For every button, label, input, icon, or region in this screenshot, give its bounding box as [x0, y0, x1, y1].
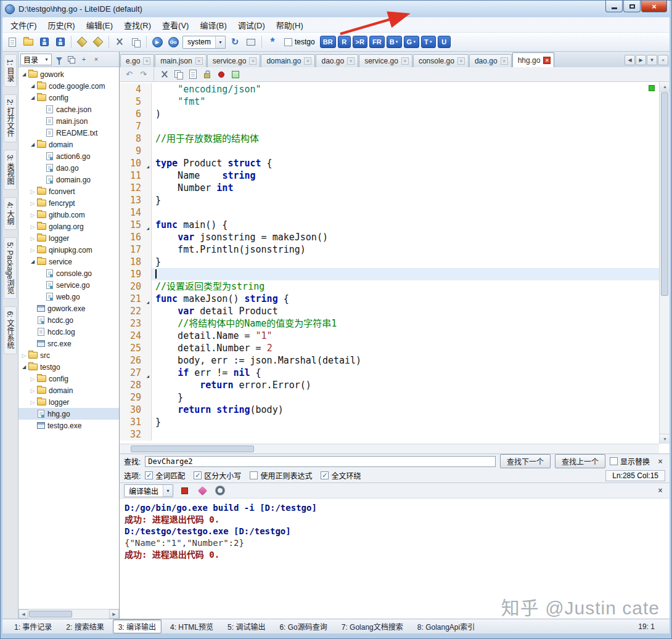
maximize-button[interactable] [623, 1, 641, 12]
menu-item-6[interactable]: 调试(D) [232, 17, 271, 33]
find-option-3[interactable]: ✓全文环绕 [321, 470, 361, 481]
sidebar-toggle-3[interactable]: 3: 类视图 [4, 150, 17, 190]
nav-forward-button[interactable] [91, 35, 105, 49]
sidebar-toggle-4[interactable]: 4: 大纲 [4, 197, 17, 230]
expand-arrow-icon[interactable]: ▷ [29, 399, 36, 405]
code-line-27[interactable]: 27◢ if err != nil { [120, 367, 659, 379]
expand-arrow-icon[interactable]: ▷ [20, 352, 28, 359]
tree-node-src.exe[interactable]: src.exe [18, 338, 119, 349]
code-lines[interactable]: 4 "encoding/json"5 "fmt"6)78//用于存放数据的结构体… [120, 83, 659, 444]
save-button[interactable] [38, 35, 51, 49]
close-find-button[interactable]: × [655, 457, 665, 466]
expand-arrow-icon[interactable]: ▷ [29, 224, 36, 230]
tab-close-icon[interactable]: × [457, 57, 465, 65]
panel-btn-5[interactable]: 5: 调试输出 [222, 619, 271, 633]
tree-node-action6.go[interactable]: action6.go [18, 150, 119, 162]
tab-domain.go[interactable]: domain.go× [261, 54, 315, 67]
code-line-11[interactable]: 11 Name string [120, 169, 659, 182]
code-line-25[interactable]: 25 detail.Number = 2 [120, 342, 659, 354]
tab-close-icon[interactable]: × [143, 57, 150, 65]
scroll-thumb[interactable] [661, 92, 668, 296]
scroll-thumb[interactable] [29, 611, 72, 617]
tree-node-console.go[interactable]: console.go [18, 267, 119, 279]
tree-node-domain.go[interactable]: domain.go [18, 174, 119, 185]
collapse-arrow-icon[interactable]: ◢ [20, 71, 28, 77]
filter-button[interactable] [54, 54, 64, 64]
tree-node-service[interactable]: ◢service [18, 256, 119, 267]
expand-all-button[interactable]: + [79, 54, 89, 64]
copy-button[interactable] [129, 35, 142, 49]
checkbox-icon[interactable]: ✓ [145, 471, 153, 479]
sidebar-toggle-1[interactable]: 1: 目录 [4, 54, 17, 87]
collapse-arrow-icon[interactable]: ◢ [29, 259, 36, 264]
output-select[interactable]: 编译输出 ▼ [124, 484, 173, 497]
scroll-right-icon[interactable]: ▶ [109, 609, 119, 619]
cut-button[interactable] [159, 69, 170, 79]
editor-vertical-scrollbar[interactable]: ▲ ▼ [659, 82, 670, 444]
tree-node-service.go[interactable]: service.go [18, 279, 119, 291]
scroll-track[interactable] [28, 609, 109, 619]
sidebar-toggle-5[interactable]: 5: Package浏览 [4, 237, 17, 299]
nav-back-button[interactable] [75, 35, 89, 49]
tree-node-hcdc.log[interactable]: hcdc.log [18, 326, 119, 338]
tab-hhg.go[interactable]: hhg.go× [512, 52, 555, 67]
tree-node-golang.org[interactable]: ▷golang.org [18, 221, 119, 232]
code-line-28[interactable]: 28 return error.Error() [120, 379, 659, 391]
tree-node-testgo.exe[interactable]: testgo.exe [18, 420, 119, 431]
tree-node-fconvert[interactable]: ▷fconvert [18, 185, 119, 197]
close-button[interactable]: × [641, 1, 667, 12]
menu-item-4[interactable]: 查看(V) [157, 17, 194, 33]
build-btn->R[interactable]: >R [353, 36, 367, 48]
tab-close-icon[interactable]: × [249, 57, 256, 65]
code-line-15[interactable]: 15◢func main() { [120, 219, 659, 231]
close-panel-button[interactable]: × [91, 54, 101, 64]
tab-close-icon[interactable]: × [501, 57, 508, 65]
tree-node-logger[interactable]: ▷logger [18, 232, 119, 244]
tree-horizontal-scrollbar[interactable]: ◀ ▶ [18, 609, 119, 619]
expand-arrow-icon[interactable]: ▷ [29, 200, 36, 206]
show-replace-option[interactable]: 显示替换 [610, 456, 650, 466]
open-file-button[interactable] [22, 35, 35, 49]
code-line-23[interactable]: 23 //将结构体中的Name的值变为字符串1 [120, 317, 659, 330]
close-output-button[interactable]: × [655, 486, 665, 495]
menu-item-5[interactable]: 编译(B) [194, 17, 232, 33]
code-line-9[interactable]: 9 [120, 145, 659, 157]
view-target-button[interactable] [244, 35, 258, 49]
code-line-8[interactable]: 8//用于存放数据的结构体 [120, 132, 659, 145]
code-line-22[interactable]: 22 var detail Product [120, 305, 659, 317]
panel-btn-2[interactable]: 2: 搜索结果 [60, 619, 109, 633]
code-line-13[interactable]: 13} [120, 194, 659, 206]
tab-service.go[interactable]: service.go× [359, 54, 412, 67]
tree-node-hhg.go[interactable]: hhg.go [18, 408, 119, 420]
lock-button[interactable] [202, 69, 212, 79]
minimize-button[interactable] [605, 1, 623, 12]
code-line-14[interactable]: 14 [120, 206, 659, 219]
build-btn-B[interactable]: B▼ [387, 36, 402, 48]
tree-node-config[interactable]: ▷config [18, 373, 119, 385]
menu-item-1[interactable]: 历史(R) [43, 17, 81, 33]
panel-btn-3[interactable]: 3: 编译输出 [113, 619, 162, 633]
cascade-button[interactable] [67, 54, 76, 64]
tree-node-domain[interactable]: ◢domain [18, 139, 119, 150]
redo-button[interactable]: ↷ [138, 69, 149, 79]
tree-node-logger[interactable]: ▷logger [18, 396, 119, 408]
collapse-arrow-icon[interactable]: ◢ [29, 83, 36, 89]
copy-button[interactable] [173, 69, 184, 79]
find-option-2[interactable]: 使用正则表达式 [250, 470, 312, 481]
file-browser-button[interactable] [230, 69, 240, 79]
code-line-16[interactable]: 16 var jsonstring = makeJson() [120, 231, 659, 243]
menu-item-7[interactable]: 帮助(H) [271, 17, 309, 33]
find-next-button[interactable]: 查找下一个 [500, 454, 551, 468]
collapse-arrow-icon[interactable]: ◢ [29, 142, 36, 147]
code-line-32[interactable]: 32 [120, 428, 659, 441]
reload-env-button[interactable]: ↻ [228, 35, 242, 49]
checkbox-icon[interactable] [250, 471, 258, 479]
code-line-21[interactable]: 21◢func makeJson() string { [120, 293, 659, 305]
tab-close-icon[interactable]: × [347, 57, 354, 65]
tree-node-cache.json[interactable]: cache.json [18, 104, 119, 115]
save-all-button[interactable] [54, 35, 67, 49]
tree-node-src[interactable]: ▷src [18, 349, 119, 361]
tree-node-testgo[interactable]: ◢testgo [18, 361, 119, 373]
code-line-20[interactable]: 20//设置返回类型为string [120, 280, 659, 293]
checkbox-icon[interactable]: ✓ [321, 471, 329, 479]
